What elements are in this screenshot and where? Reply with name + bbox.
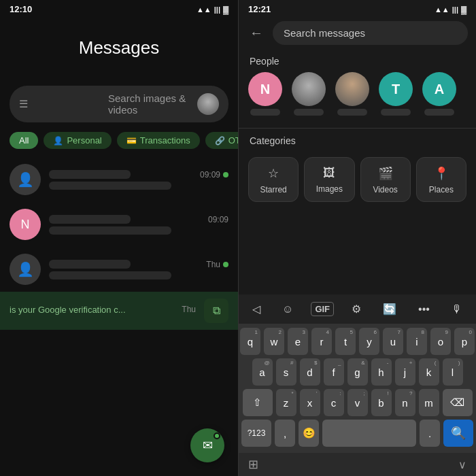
conv-preview-3 [49,271,171,279]
personal-icon: 👤 [53,136,63,146]
key-c[interactable]: :c [324,389,344,416]
key-q[interactable]: 1q [240,328,260,355]
tab-transactions[interactable]: 💳 Transactions [117,132,200,149]
person-bubble-2[interactable] [292,72,326,116]
user-avatar-left[interactable] [197,93,219,115]
key-search[interactable]: 🔍 [443,420,473,447]
places-icon: 📍 [434,166,449,181]
person-bubble-1[interactable]: N [248,72,282,116]
conv-name-row-3: Thu [49,260,228,269]
tab-all[interactable]: All [10,132,38,149]
key-y[interactable]: 6y [359,328,379,355]
key-w[interactable]: 2w [264,328,284,355]
key-x[interactable]: 'x [300,389,320,416]
key-numbers[interactable]: ?123 [241,420,271,447]
person-avatar-1: N [248,72,282,106]
conv-item-1[interactable]: 👤 09:09 [0,157,238,202]
conv-content-1: 09:09 [49,170,228,190]
cat-videos-label: Videos [373,185,397,194]
videos-icon: 🎬 [378,166,393,181]
key-emoji[interactable]: 😊 [299,420,319,447]
key-z[interactable]: *z [276,389,296,416]
back-button[interactable]: ← [247,22,266,44]
signal-icon-r: ||| [452,5,458,14]
wifi-icon: ▲▲ [197,5,211,14]
key-p[interactable]: 0p [454,328,475,355]
keyboard-rows: 1q 2w 3e 4r 5t 6y 7u 8i 9o 0p @a #s $d _… [239,324,476,453]
person-bubble-5[interactable]: A [422,72,456,116]
battery-icon-r: ▓ [461,5,466,14]
key-space[interactable] [322,420,416,447]
cat-starred[interactable]: ☆ Starred [248,157,299,202]
tab-other[interactable]: 🔗 OT [205,132,238,149]
filter-tabs: All 👤 Personal 💳 Transactions 🔗 OT [0,132,238,157]
key-k[interactable]: (k [419,358,439,386]
cat-images[interactable]: 🖼 Images [304,157,354,202]
search-input-right[interactable]: Search messages [273,21,468,45]
cat-places[interactable]: 📍 Places [416,157,466,202]
translate-btn[interactable]: 🔄 [379,300,401,318]
key-o[interactable]: 9o [430,328,451,355]
key-n[interactable]: ?n [395,389,415,416]
conv-name-1 [49,170,131,179]
key-backspace[interactable]: ⌫ [443,389,473,416]
key-a[interactable]: @a [252,358,273,386]
mic-btn[interactable]: 🎙 [447,301,466,318]
cat-videos[interactable]: 🎬 Videos [360,157,411,202]
fab-notification-dot [214,432,220,439]
time-right: 12:21 [248,4,271,14]
key-s[interactable]: #s [276,358,296,386]
key-shift[interactable]: ⇧ [243,389,273,416]
keyboard-back-btn[interactable]: ◁ [248,300,265,318]
person-bubble-3[interactable] [335,72,369,116]
conv-avatar-3: 👤 [10,254,41,285]
compose-fab[interactable]: ✉ [190,428,224,462]
key-g[interactable]: &g [347,358,368,386]
conv-content-3: Thu [49,260,228,279]
tab-personal[interactable]: 👤 Personal [44,132,111,149]
conv-item-3[interactable]: 👤 Thu [0,247,238,292]
settings-btn[interactable]: ⚙ [347,300,365,318]
gif-btn[interactable]: GIF [311,302,334,316]
left-panel: 12:10 ▲▲ ||| ▓ Messages ☰ Search images … [0,0,238,476]
key-period[interactable]: . [420,420,440,447]
sticker-btn[interactable]: ☺ [278,301,297,318]
conv-time-1: 09:09 [200,170,228,180]
person-bubble-4[interactable]: T [379,72,413,116]
tab-all-label: All [19,135,29,146]
key-d[interactable]: $d [300,358,320,386]
conv-item-google[interactable]: is your Google verification c... Thu ⧉ [0,292,238,330]
app-title: Messages [0,17,238,86]
key-row-1: 1q 2w 3e 4r 5t 6y 7u 8i 9o 0p [241,328,473,355]
more-btn[interactable]: ••• [414,301,434,318]
key-f[interactable]: _f [324,358,344,386]
key-h[interactable]: -h [371,358,392,386]
key-u[interactable]: 7u [383,328,403,355]
status-icons-left: ▲▲ ||| ▓ [197,5,228,14]
key-m[interactable]: m [419,389,439,416]
key-r[interactable]: 4r [311,328,332,355]
conv-item-2[interactable]: N 09:09 [0,202,238,247]
time-left: 12:10 [10,4,32,14]
keyboard-chevron-icon[interactable]: ∨ [458,458,466,471]
key-comma[interactable]: , [275,420,295,447]
key-l[interactable]: )l [443,358,463,386]
keyboard-grid-icon[interactable]: ⊞ [248,457,258,472]
categories-grid: ☆ Starred 🖼 Images 🎬 Videos 📍 Places [239,152,476,209]
search-bar-left[interactable]: ☰ Search images & videos [10,86,228,122]
key-b[interactable]: !b [371,389,392,416]
people-row: N T A [239,72,476,125]
starred-icon: ☆ [268,166,279,181]
conv-content-2: 09:09 [49,215,228,235]
key-t[interactable]: 5t [335,328,356,355]
key-i[interactable]: 8i [407,328,427,355]
conv-preview-2 [49,226,171,235]
search-placeholder-left: Search images & videos [108,92,190,116]
key-e[interactable]: 3e [288,328,308,355]
person-name-3 [337,109,367,116]
conv-name-2 [49,215,131,224]
key-j[interactable]: +j [395,358,415,386]
key-v[interactable]: ;v [347,389,368,416]
battery-icon: ▓ [223,5,228,14]
keyboard: ◁ ☺ GIF ⚙ 🔄 ••• 🎙 1q 2w 3e 4r 5t 6y 7u 8… [239,294,476,476]
